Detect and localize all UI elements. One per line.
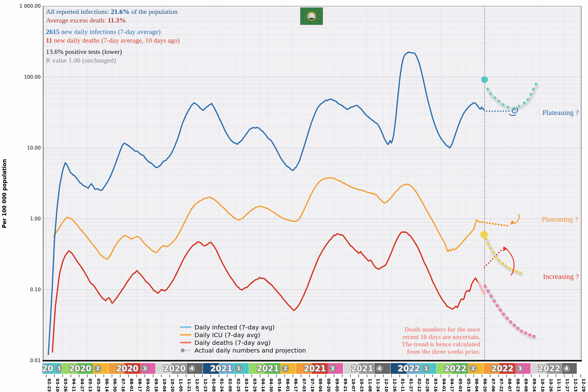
infected-projection-dot	[486, 88, 489, 90]
x-tick-label: 06-20	[483, 378, 488, 392]
icu-projection-dot	[519, 272, 522, 274]
x-tick-label: 03-10	[55, 378, 60, 392]
infected-projection-dot	[502, 103, 504, 106]
x-tick-label: 12-10	[384, 378, 389, 392]
infected-projection-dot	[526, 98, 529, 101]
deaths-projection-dot	[529, 333, 531, 336]
x-tick-label: 12-13	[573, 378, 578, 392]
icu-projection-dot	[501, 262, 504, 265]
x-tick-label: 05-03	[458, 378, 463, 392]
x-tick-label: 05-29	[96, 378, 101, 392]
icu-projection-dot	[495, 255, 497, 258]
x-tick-label: 11-11	[557, 378, 561, 392]
quarter-label: 2022 ③	[491, 364, 523, 373]
x-tick-label: 02-25	[236, 378, 241, 392]
summary-stats-block: All reported infections: 21.6% of the po…	[46, 7, 180, 65]
y-tick-label: 1.00	[12, 216, 41, 222]
infected-projection-dot	[535, 83, 537, 85]
quarter-label: 2021 ③	[304, 364, 335, 373]
infected-line-swatch	[180, 326, 191, 328]
deaths-projection-dot	[490, 295, 493, 298]
y-tick-label: 1 000.00	[12, 3, 41, 9]
x-tick-label: 11-21	[187, 378, 192, 392]
quarter-label: 2021 ①	[210, 364, 242, 373]
x-tick-label: 01-08	[211, 378, 216, 392]
stat-new-deaths: 11 new daily deaths (7-day average, 10 d…	[46, 36, 180, 45]
deaths-projection-dot	[506, 317, 508, 320]
x-tick-label: 09-05	[335, 378, 340, 392]
x-tick-label: 10-26	[549, 378, 553, 392]
legend-item-actual: Actual daily numbers and projection	[180, 346, 306, 354]
x-tick-label: 07-06	[491, 378, 496, 392]
x-tick-label: 03-26	[63, 378, 68, 392]
quarter-label: 2020 ④	[163, 364, 195, 373]
x-tick-label: 11-24	[376, 378, 381, 392]
x-tick-label: 02-23	[47, 378, 52, 392]
deaths-line-swatch	[180, 342, 191, 343]
uncertainty-note: Death numbers for the most recent 10 day…	[369, 326, 480, 355]
x-tick-label: 09-08	[524, 378, 529, 392]
quarter-label: 2021 ④	[351, 364, 383, 373]
quarter-label: 20 ①	[42, 364, 63, 373]
actual-dots-swatch	[180, 348, 191, 353]
x-tick-label: 05-13	[88, 378, 93, 392]
projection-shadow	[487, 241, 521, 275]
quarter-divider	[577, 363, 578, 374]
x-tick-label: 07-19	[310, 378, 315, 392]
infected-projection-dot	[532, 88, 535, 91]
deaths-projection-dot	[520, 330, 523, 333]
legend-label: Daily ICU (7-day avg)	[194, 331, 260, 339]
infected-projection-dot	[523, 102, 525, 104]
icu-projection-dot	[505, 265, 508, 267]
x-tick-label: 05-16	[277, 378, 282, 392]
deaths-projection-dot	[502, 313, 505, 316]
x-tick-label: 05-19	[466, 378, 471, 392]
infected-projection-dot	[489, 92, 492, 95]
x-tick-label: 01-27	[409, 378, 414, 392]
quarter-label: 2021 ②	[257, 364, 288, 373]
stat-r-value: R value 1.06 (unchanged)	[46, 56, 180, 65]
deaths-projection-dot	[513, 324, 516, 327]
quarter-label: 2020 ③	[116, 364, 148, 373]
icu-today-dot	[480, 231, 488, 238]
icu-line-swatch	[180, 334, 191, 336]
x-tick-label: 10-10	[540, 378, 545, 392]
x-tick-label: 07-16	[121, 378, 126, 392]
quarter-label: 2022 ①	[398, 364, 430, 373]
x-tick-label: 06-17	[293, 378, 298, 392]
icu-projection-dot	[489, 247, 492, 250]
x-tick-label: 02-28	[425, 378, 430, 392]
legend-label: Actual daily numbers and projection	[194, 347, 306, 354]
icu-projection-dot	[498, 259, 500, 262]
x-axis-line	[43, 360, 582, 361]
x-tick-label: 04-11	[71, 378, 76, 392]
x-tick-label: 04-01	[442, 378, 447, 392]
stat-positive-tests: 13.6% positive tests (lower)	[46, 47, 180, 56]
x-tick-label: 04-30	[269, 378, 274, 392]
x-tick-label: 12-29	[581, 378, 586, 392]
infected-today-dot	[481, 76, 488, 83]
x-tick-label: 08-07	[507, 378, 512, 392]
infected-projection-dot	[494, 96, 496, 99]
x-tick-label: 07-03	[302, 378, 307, 392]
x-tick-label: 10-20	[170, 378, 175, 392]
x-tick-label: 06-04	[474, 378, 479, 392]
deaths-projection-dot	[524, 332, 527, 334]
legend-label: Daily infected (7-day avg)	[194, 324, 275, 331]
quarter-label: 2022 ④	[538, 364, 570, 373]
x-tick-label: 03-29	[252, 378, 257, 392]
x-tick-label: 10-07	[351, 378, 356, 392]
x-tick-label: 09-24	[532, 378, 537, 392]
x-tick-label: 06-14	[104, 378, 109, 392]
y-tick-label: 100.00	[12, 74, 41, 80]
deaths-projection-dot	[493, 300, 496, 303]
projection-shadow	[486, 288, 535, 338]
x-tick-label: 04-27	[80, 378, 85, 392]
x-tick-label: 01-11	[400, 378, 405, 392]
x-tick-label: 09-21	[343, 378, 348, 392]
x-tick-label: 04-17	[450, 378, 455, 392]
y-axis-title: Per 100 000 population	[1, 129, 7, 258]
x-tick-label: 11-27	[565, 378, 570, 392]
x-tick-label: 08-04	[318, 378, 323, 392]
y-tick-label: 10.00	[12, 145, 41, 151]
